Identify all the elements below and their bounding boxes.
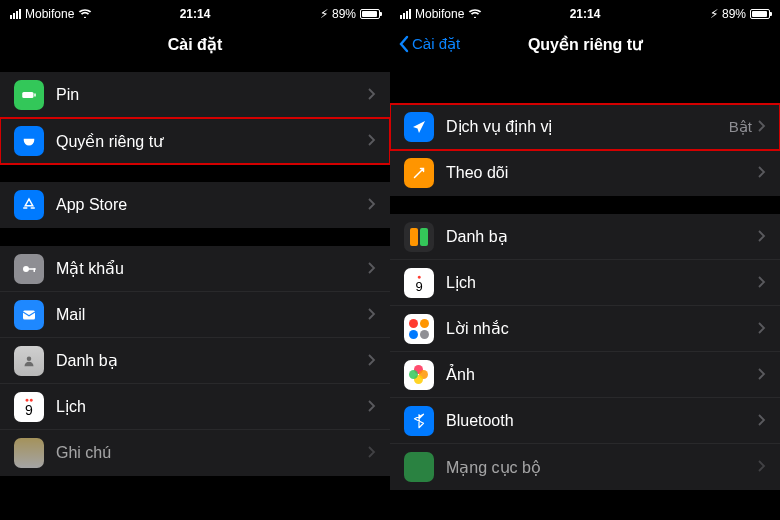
row-label: Dịch vụ định vị xyxy=(446,117,729,136)
row-label: Theo dõi xyxy=(446,164,758,182)
key-icon xyxy=(14,254,44,284)
bluetooth-icon xyxy=(404,406,434,436)
back-label: Cài đặt xyxy=(412,35,460,53)
carrier-label: Mobifone xyxy=(25,7,74,21)
chevron-right-icon xyxy=(758,118,766,136)
contacts-icon xyxy=(14,346,44,376)
contacts-icon xyxy=(404,222,434,252)
battery-settings-icon xyxy=(14,80,44,110)
row-detail: Bật xyxy=(729,118,752,136)
chevron-right-icon xyxy=(758,164,766,182)
screenshot-privacy: Mobifone 21:14 ⚡︎ 89% Cài đặt Quyền riên… xyxy=(390,0,780,520)
row-label: Danh bạ xyxy=(446,227,758,246)
row-photos[interactable]: Ảnh xyxy=(390,352,780,398)
appstore-icon xyxy=(14,190,44,220)
back-button[interactable]: Cài đặt xyxy=(398,35,460,53)
row-label: Mail xyxy=(56,306,368,324)
chevron-right-icon xyxy=(758,366,766,384)
row-label: Mạng cục bộ xyxy=(446,458,758,477)
row-local-network[interactable]: Mạng cục bộ xyxy=(390,444,780,490)
chevron-right-icon xyxy=(758,458,766,476)
wifi-icon xyxy=(78,7,92,21)
network-icon xyxy=(404,452,434,482)
nav-bar: Cài đặt Quyền riêng tư xyxy=(390,24,780,64)
charging-icon: ⚡︎ xyxy=(710,7,718,21)
row-notes[interactable]: Ghi chú xyxy=(0,430,390,476)
chevron-right-icon xyxy=(758,412,766,430)
battery-percent: 89% xyxy=(722,7,746,21)
svg-rect-1 xyxy=(34,93,36,96)
carrier-label: Mobifone xyxy=(415,7,464,21)
clock: 21:14 xyxy=(180,7,211,21)
row-location-services[interactable]: Dịch vụ định vị Bật xyxy=(390,104,780,150)
row-tracking[interactable]: Theo dõi xyxy=(390,150,780,196)
svg-rect-5 xyxy=(23,310,35,319)
row-label: Lời nhắc xyxy=(446,319,758,338)
row-battery[interactable]: Pin xyxy=(0,72,390,118)
row-calendar[interactable]: ●9 Lịch xyxy=(390,260,780,306)
calendar-icon: ●●9 xyxy=(14,392,44,422)
chevron-right-icon xyxy=(368,196,376,214)
row-passwords[interactable]: Mật khẩu xyxy=(0,246,390,292)
chevron-right-icon xyxy=(758,228,766,246)
signal-icon xyxy=(400,9,411,19)
screenshot-settings-root: Mobifone 21:14 ⚡︎ 89% Cài đặt Pin Quyền … xyxy=(0,0,390,520)
svg-point-6 xyxy=(27,356,32,361)
reminders-icon xyxy=(404,314,434,344)
battery-icon xyxy=(360,9,380,19)
chevron-right-icon xyxy=(368,306,376,324)
svg-rect-4 xyxy=(34,268,36,272)
status-bar: Mobifone 21:14 ⚡︎ 89% xyxy=(390,4,780,24)
status-bar: Mobifone 21:14 ⚡︎ 89% xyxy=(0,4,390,24)
battery-icon xyxy=(750,9,770,19)
page-title: Cài đặt xyxy=(168,35,222,54)
wifi-icon xyxy=(468,7,482,21)
mail-icon xyxy=(14,300,44,330)
photos-icon xyxy=(404,360,434,390)
row-appstore[interactable]: App Store xyxy=(0,182,390,228)
charging-icon: ⚡︎ xyxy=(320,7,328,21)
svg-point-2 xyxy=(23,266,29,272)
row-label: App Store xyxy=(56,196,368,214)
chevron-right-icon xyxy=(758,274,766,292)
row-label: Ghi chú xyxy=(56,444,368,462)
privacy-icon xyxy=(14,126,44,156)
row-contacts[interactable]: Danh bạ xyxy=(0,338,390,384)
row-label: Danh bạ xyxy=(56,351,368,370)
row-label: Mật khẩu xyxy=(56,259,368,278)
calendar-icon: ●9 xyxy=(404,268,434,298)
chevron-right-icon xyxy=(368,86,376,104)
chevron-right-icon xyxy=(368,132,376,150)
svg-rect-0 xyxy=(22,92,33,98)
signal-icon xyxy=(10,9,21,19)
battery-percent: 89% xyxy=(332,7,356,21)
row-label: Ảnh xyxy=(446,365,758,384)
chevron-right-icon xyxy=(368,352,376,370)
clock: 21:14 xyxy=(570,7,601,21)
row-contacts[interactable]: Danh bạ xyxy=(390,214,780,260)
chevron-right-icon xyxy=(368,398,376,416)
chevron-right-icon xyxy=(368,260,376,278)
chevron-right-icon xyxy=(758,320,766,338)
row-label: Bluetooth xyxy=(446,412,758,430)
row-calendar[interactable]: ●●9 Lịch xyxy=(0,384,390,430)
page-title: Quyền riêng tư xyxy=(528,35,642,54)
nav-bar: Cài đặt xyxy=(0,24,390,64)
row-bluetooth[interactable]: Bluetooth xyxy=(390,398,780,444)
row-label: Pin xyxy=(56,86,368,104)
row-label: Quyền riêng tư xyxy=(56,132,368,151)
row-mail[interactable]: Mail xyxy=(0,292,390,338)
row-privacy[interactable]: Quyền riêng tư xyxy=(0,118,390,164)
row-label: Lịch xyxy=(56,397,368,416)
tracking-icon xyxy=(404,158,434,188)
chevron-right-icon xyxy=(368,444,376,462)
location-icon xyxy=(404,112,434,142)
row-label: Lịch xyxy=(446,273,758,292)
row-reminders[interactable]: Lời nhắc xyxy=(390,306,780,352)
notes-icon xyxy=(14,438,44,468)
